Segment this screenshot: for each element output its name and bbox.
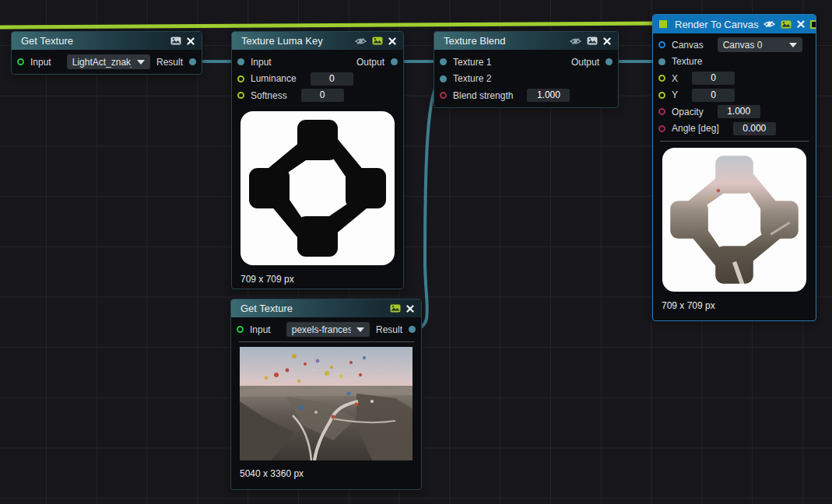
visibility-icon[interactable] xyxy=(764,20,775,28)
luminance-label: Luminance xyxy=(251,73,297,84)
texture-select-dropdown[interactable]: pexels-francesco xyxy=(286,322,370,337)
node-titlebar[interactable]: Render To Canvas xyxy=(653,15,816,33)
node-graph-canvas[interactable]: Get Texture #ic-image .dark{fill:#22313a… xyxy=(0,0,832,504)
node-row: Input pexels-francesco Result xyxy=(231,321,421,338)
chevron-down-icon xyxy=(137,60,145,65)
y-label: Y xyxy=(672,89,678,100)
visibility-icon[interactable] xyxy=(355,37,367,45)
close-icon[interactable] xyxy=(797,20,805,28)
texture2-port[interactable] xyxy=(440,75,447,82)
node-row: Input LightAct_znak_wh Result xyxy=(12,54,202,71)
softness-value-field[interactable]: 0 xyxy=(301,89,344,102)
close-icon[interactable] xyxy=(388,37,396,45)
texture1-port[interactable] xyxy=(440,58,447,65)
node-titlebar[interactable]: Get Texture xyxy=(231,299,421,317)
texture-label: Texture xyxy=(672,56,702,67)
dropdown-value: Canvas 0 xyxy=(723,40,784,51)
softness-label: Softness xyxy=(251,90,287,101)
node-title: Texture Blend xyxy=(444,35,506,47)
active-indicator-icon xyxy=(659,20,667,28)
node-titlebar[interactable]: Texture Luma Key xyxy=(232,32,403,50)
opacity-value-field[interactable]: 1.000 xyxy=(718,105,760,118)
node-get-texture[interactable]: Get Texture #ic-image .dark{fill:#22313a… xyxy=(11,31,202,75)
input-label: Input xyxy=(251,57,272,68)
node-title: Render To Canvas xyxy=(675,19,758,30)
node-get-texture[interactable]: Get Texture Input pexels-francesco Resul… xyxy=(230,299,422,490)
input-port[interactable] xyxy=(17,58,24,65)
texture-size-caption: 709 x 709 px xyxy=(653,296,816,317)
solo-toggle-icon[interactable] xyxy=(810,20,816,29)
x-value-field[interactable]: 0 xyxy=(692,72,735,85)
luminance-value-field[interactable]: 0 xyxy=(311,72,353,86)
node-row: Angle [deg] 0.000 xyxy=(653,121,816,138)
node-row: Opacity 1.000 xyxy=(653,103,816,121)
blend-strength-port[interactable] xyxy=(440,92,447,99)
canvas-label: Canvas xyxy=(672,40,704,51)
output-port[interactable] xyxy=(391,58,398,65)
luma-key-preview-image xyxy=(240,110,395,269)
angle-label: Angle [deg] xyxy=(672,123,719,134)
canvas-port[interactable] xyxy=(658,41,665,48)
chevron-down-icon xyxy=(789,43,797,47)
texture-size-caption: 709 x 709 px xyxy=(232,269,403,290)
node-texture-luma-key[interactable]: Texture Luma Key Input Output xyxy=(231,31,404,289)
input-port[interactable] xyxy=(237,58,244,65)
node-row: Blend strength 1.000 xyxy=(434,87,618,104)
close-icon[interactable] xyxy=(603,37,611,45)
result-port[interactable] xyxy=(409,326,416,333)
node-row: Texture 2 xyxy=(434,71,618,88)
visibility-icon[interactable] xyxy=(570,37,581,45)
close-icon[interactable] xyxy=(406,305,414,313)
angle-port[interactable] xyxy=(658,125,665,132)
node-texture-blend[interactable]: Texture Blend Texture 1 Output xyxy=(434,31,619,108)
node-row: Texture 1 Output xyxy=(434,54,618,71)
input-label: Input xyxy=(30,57,51,68)
texture-select-dropdown[interactable]: LightAct_znak_wh xyxy=(67,54,150,69)
node-row: Softness 0 xyxy=(232,87,403,104)
opacity-label: Opacity xyxy=(672,107,704,117)
chevron-down-icon xyxy=(356,327,364,332)
softness-port[interactable] xyxy=(237,92,244,99)
blend-strength-value-field[interactable]: 1.000 xyxy=(527,89,570,102)
texture-preview-image xyxy=(240,347,412,464)
y-port[interactable] xyxy=(658,92,665,99)
canvas-select-dropdown[interactable]: Canvas 0 xyxy=(718,37,802,52)
preview-toggle-icon[interactable] xyxy=(587,37,598,45)
result-label: Result xyxy=(156,57,183,68)
dropdown-value: LightAct_znak_wh xyxy=(72,57,132,68)
y-value-field[interactable]: 0 xyxy=(692,89,735,102)
x-label: X xyxy=(672,73,678,84)
node-render-to-canvas[interactable]: Render To Canvas Canvas Canvas 0 xyxy=(652,14,816,321)
preview-toggle-icon[interactable] xyxy=(781,20,792,29)
node-titlebar[interactable]: Texture Blend xyxy=(434,32,618,50)
input-port[interactable] xyxy=(237,326,244,333)
x-port[interactable] xyxy=(658,75,665,82)
opacity-port[interactable] xyxy=(658,108,665,115)
preview-toggle-icon[interactable] xyxy=(390,304,401,313)
luminance-port[interactable] xyxy=(237,75,244,82)
divider xyxy=(660,141,809,142)
angle-value-field[interactable]: 0.000 xyxy=(733,122,776,135)
node-titlebar[interactable]: Get Texture #ic-image .dark{fill:#22313a… xyxy=(12,32,202,50)
node-row: Texture xyxy=(653,54,816,71)
node-title: Texture Luma Key xyxy=(241,35,323,47)
preview-toggle-icon[interactable] xyxy=(372,37,383,45)
node-row: Y 0 xyxy=(653,87,816,104)
result-label: Result xyxy=(376,324,402,335)
wire-canvas[interactable] xyxy=(0,23,656,27)
input-label: Input xyxy=(250,324,271,335)
node-row: X 0 xyxy=(653,70,816,87)
render-preview-image xyxy=(662,147,807,296)
node-title: Get Texture xyxy=(21,35,73,47)
preview-toggle-icon[interactable]: #ic-image .dark{fill:#22313a} xyxy=(170,37,181,45)
texture2-label: Texture 2 xyxy=(453,73,491,84)
close-icon[interactable] xyxy=(187,37,195,45)
texture1-label: Texture 1 xyxy=(453,57,491,68)
dropdown-value: pexels-francesco xyxy=(292,324,351,335)
texture-port[interactable] xyxy=(658,58,665,65)
result-port[interactable] xyxy=(189,58,196,65)
output-label: Output xyxy=(356,57,384,68)
output-port[interactable] xyxy=(606,58,613,65)
node-row: Input Output xyxy=(232,54,403,71)
wire-texture[interactable] xyxy=(412,78,441,329)
